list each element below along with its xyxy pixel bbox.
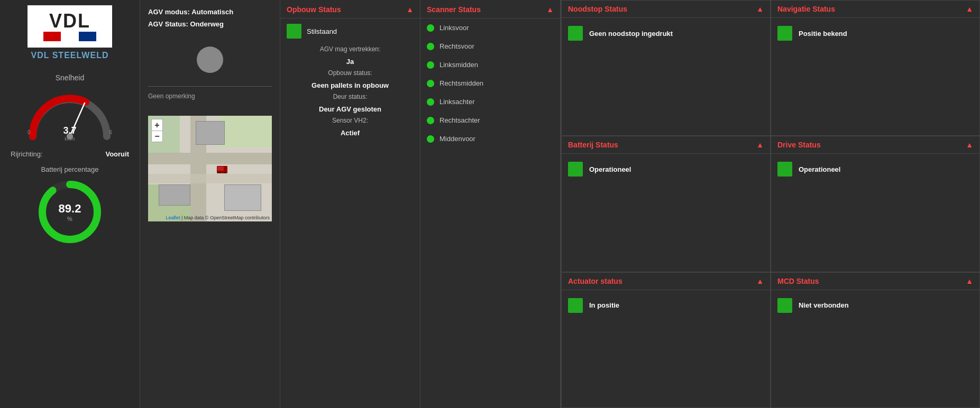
logo: VDL: [43, 12, 96, 41]
actuator-title: Actuator status: [568, 277, 622, 285]
opbouw-info-block: AGV mag vertrekken: Ja Opbouw status: Ge…: [287, 44, 414, 139]
door-value: Deur AGV gesloten: [287, 103, 414, 115]
logo-flag: [43, 32, 96, 41]
speed-unit: km/h: [65, 136, 75, 142]
agv-info-panel: AGV modus: Automatisch AGV Status: Onder…: [140, 0, 280, 408]
noodstop-value: Geen noodstop ingedrukt: [589, 30, 673, 38]
opbouw-label: Opbouw status:: [287, 68, 414, 79]
opbouw-green-indicator: [287, 24, 301, 39]
battery-percentage: 89.2: [59, 202, 81, 216]
agv-circle-indicator: [197, 47, 223, 73]
actuator-indicator: [568, 298, 583, 313]
drive-value: Operationeel: [799, 165, 840, 173]
scanner-label: Middenvoor: [439, 135, 475, 143]
flag-blue: [79, 32, 96, 41]
scanner-dot: [427, 61, 434, 69]
speed-value: 3.7: [63, 125, 76, 136]
scanner-item: Middenvoor: [420, 129, 560, 148]
logo-text: VDL: [49, 12, 90, 31]
left-panel: VDL VDL STEELWELD Snelheid 0 6 3: [0, 0, 140, 408]
scanner-label: Linksvoor: [439, 24, 469, 32]
mcd-header: MCD Status ▲: [771, 273, 979, 290]
agv-modus-label: AGV modus:: [148, 8, 190, 16]
scanner-dot: [427, 117, 434, 124]
navigatie-body: Positie bekend: [771, 18, 979, 49]
leaflet-link[interactable]: Leaflet: [166, 215, 180, 220]
direction-row: Rijrichting: Vooruit: [0, 146, 140, 162]
scanner-item: Linksvoor: [420, 18, 560, 37]
scanner-label: Rechtsachter: [439, 116, 480, 124]
scanner-header: Scanner Status ▲: [420, 0, 560, 18]
batterij-value: Operationeel: [589, 165, 631, 173]
scanner-collapse-btn[interactable]: ▲: [546, 5, 554, 14]
opbouw-value: Geen pallets in opbouw: [287, 79, 414, 91]
scanner-panel: Scanner Status ▲ Linksvoor Rechtsvoor Li…: [420, 0, 561, 408]
direction-value: Vooruit: [105, 150, 129, 158]
scanner-label: Linksachter: [439, 98, 474, 106]
map-attribution-suffix: | Map data © OpenStreetMap contributors: [181, 215, 270, 220]
map-controls[interactable]: + −: [151, 119, 163, 142]
actuator-collapse-btn[interactable]: ▲: [756, 277, 764, 285]
door-label: Deur status:: [287, 91, 414, 103]
brand-name: VDL STEELWELD: [31, 51, 109, 60]
speed-section: Snelheid 0 6 3.7 km/h: [0, 73, 140, 144]
scanner-dot: [427, 135, 434, 143]
battery-section: Batterij percentage 89.2 %: [35, 165, 104, 246]
may-depart-label: AGV mag vertrekken:: [287, 44, 414, 55]
zoom-out-button[interactable]: −: [151, 131, 163, 142]
battery-unit: %: [59, 216, 81, 222]
opbouw-header: Opbouw Status ▲: [280, 0, 420, 18]
batterij-card: Batterij Status ▲ Operationeel: [561, 136, 771, 272]
navigatie-collapse-btn[interactable]: ▲: [966, 5, 973, 13]
speedometer: 0 6 3.7 km/h: [22, 86, 117, 142]
scanner-item: Rechtsachter: [420, 111, 560, 129]
mcd-body: Niet verbonden: [771, 290, 979, 321]
mcd-title: MCD Status: [777, 277, 819, 285]
batterij-collapse-btn[interactable]: ▲: [756, 141, 764, 149]
actuator-header: Actuator status ▲: [562, 273, 770, 290]
batterij-header: Batterij Status ▲: [562, 136, 770, 154]
map-container: + − Leaflet | Map data © OpenStreetMap c…: [148, 116, 272, 221]
actuator-value: In positie: [589, 301, 619, 309]
navigatie-header: Navigatie Status ▲: [771, 1, 979, 18]
scanner-title: Scanner Status: [427, 5, 481, 14]
battery-title: Batterij percentage: [41, 165, 98, 173]
batterij-indicator: [568, 162, 583, 177]
noodstop-title: Noodstop Status: [568, 5, 627, 13]
opbouw-title: Opbouw Status: [287, 5, 341, 14]
batterij-title: Batterij Status: [568, 141, 618, 149]
truck-marker: [217, 166, 227, 173]
agv-info: AGV modus: Automatisch AGV Status: Onder…: [148, 8, 272, 32]
agv-modus-row: AGV modus: Automatisch: [148, 8, 272, 16]
drive-header: Drive Status ▲: [771, 136, 979, 154]
scanner-item: Linksachter: [420, 92, 560, 111]
map-bg: [148, 116, 272, 221]
noodstop-header: Noodstop Status ▲: [562, 1, 770, 18]
noodstop-body: Geen noodstop ingedrukt: [562, 18, 770, 49]
drive-collapse-btn[interactable]: ▲: [966, 141, 973, 149]
navigatie-title: Navigatie Status: [777, 5, 835, 13]
noodstop-collapse-btn[interactable]: ▲: [756, 5, 764, 13]
opbouw-status-row: Stilstaand: [287, 24, 414, 39]
speed-label: Snelheid: [56, 73, 85, 82]
opbouw-panel: Opbouw Status ▲ Stilstaand AGV mag vertr…: [280, 0, 420, 408]
flag-white: [61, 32, 78, 41]
battery-donut: 89.2 %: [35, 178, 104, 246]
drive-body: Operationeel: [771, 154, 979, 184]
sensor-value: Actief: [287, 127, 414, 139]
mcd-collapse-btn[interactable]: ▲: [966, 277, 973, 285]
noodstop-indicator: [568, 26, 583, 41]
agv-status-label: AGV Status:: [148, 20, 188, 28]
comment-text: Geen opmerking: [148, 92, 195, 100]
drive-indicator: [777, 162, 792, 177]
may-depart-value: Ja: [287, 55, 414, 68]
opbouw-status-text: Stilstaand: [307, 27, 337, 35]
direction-label: Rijrichting:: [11, 150, 43, 158]
opbouw-collapse-btn[interactable]: ▲: [406, 5, 414, 14]
scanner-label: Rechtsmidden: [439, 79, 483, 87]
navigatie-card: Navigatie Status ▲ Positie bekend: [771, 0, 980, 136]
scanner-dot: [427, 24, 434, 32]
zoom-in-button[interactable]: +: [151, 119, 163, 131]
agv-status-value: Onderweg: [190, 20, 224, 28]
agv-modus-value: Automatisch: [191, 8, 233, 16]
